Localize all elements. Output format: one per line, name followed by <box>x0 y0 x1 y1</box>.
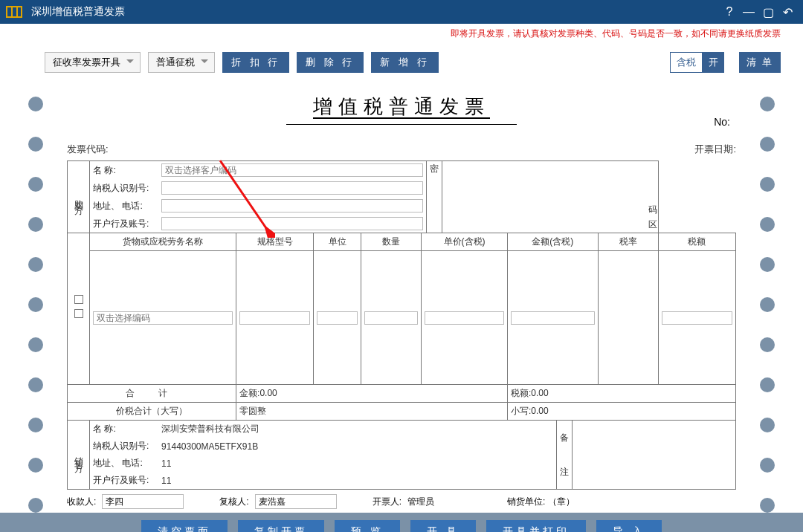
delete-row-button[interactable]: 删 除 行 <box>297 52 364 73</box>
tax-input[interactable] <box>662 311 732 325</box>
spec-cell[interactable] <box>236 251 314 385</box>
col-spec: 规格型号 <box>236 233 314 251</box>
buyer-bank-input[interactable] <box>161 217 423 230</box>
sprocket-holes-right <box>745 97 790 513</box>
password-area-label-3: 区 <box>647 218 659 231</box>
password-area-label-1: 密 <box>426 161 442 233</box>
tax-toggle-label: 含税 <box>670 52 703 73</box>
invoice-no-label: No: <box>714 116 730 128</box>
warning-text: 即将开具发票，请认真核对发票种类、代码、号码是否一致，如不同请更换纸质发票 <box>451 27 781 40</box>
help-icon[interactable]: ? <box>720 5 739 19</box>
invoice-code-label: 发票代码: <box>67 143 109 156</box>
pricetax-label: 价税合计（大写） <box>68 403 236 421</box>
warning-bar: 即将开具发票，请认真核对发票种类、代码、号码是否一致，如不同请更换纸质发票 <box>0 24 803 43</box>
password-area-label-2: 码 <box>647 204 659 216</box>
taxrate-cell[interactable] <box>598 251 658 385</box>
goods-cell[interactable] <box>90 251 236 385</box>
seller-addr-label: 地址、 电话: <box>90 455 158 472</box>
buyer-bank-label: 开户行及账号: <box>90 215 158 233</box>
remark-area[interactable] <box>572 421 735 489</box>
col-amount: 金额(含税) <box>507 233 598 251</box>
minimize-icon[interactable]: — <box>739 5 758 19</box>
maximize-icon[interactable]: ▢ <box>758 5 778 19</box>
seller-section-label: 销售方 <box>68 421 90 490</box>
tax-inclusive-toggle[interactable]: 含税 开 <box>670 52 724 73</box>
col-tax: 税额 <box>658 233 735 251</box>
window-title: 深圳增值税普通发票 <box>31 5 125 19</box>
invoice-title: 增值税普通发票 <box>67 94 736 123</box>
buyer-addr-label: 地址、 电话: <box>90 197 158 215</box>
price-cell[interactable] <box>422 251 508 385</box>
discount-row-button[interactable]: 折 扣 行 <box>222 52 289 73</box>
qty-cell[interactable] <box>361 251 422 385</box>
invoice-paper: 增值税普通发票 No: 发票代码: 开票日期: 购买方 名 称: 密 <box>0 82 803 513</box>
spec-input[interactable] <box>239 311 310 325</box>
action-bar: 清空票面 复制开票 预 览 开 具 开具并打印 导 入 <box>0 513 803 532</box>
amount-input[interactable] <box>511 311 595 325</box>
tax-cell[interactable] <box>658 251 735 385</box>
col-taxrate: 税率 <box>598 233 658 251</box>
seller-unit-label: 销货单位: （章） <box>507 496 575 508</box>
buyer-name-input[interactable] <box>161 163 423 177</box>
qingdan-button[interactable]: 清 单 <box>739 52 781 73</box>
pricetax-caps: 零圆整 <box>236 403 508 421</box>
add-row-button[interactable]: 新 增 行 <box>371 52 438 73</box>
qty-input[interactable] <box>364 311 418 325</box>
checkbox-column <box>68 233 90 385</box>
buyer-section-label: 购买方 <box>68 161 90 233</box>
import-button[interactable]: 导 入 <box>596 520 662 532</box>
svg-rect-2 <box>13 7 16 16</box>
col-qty: 数量 <box>361 233 422 251</box>
price-input[interactable] <box>425 311 504 325</box>
buyer-taxid-input[interactable] <box>161 181 423 195</box>
amount-cell[interactable] <box>507 251 598 385</box>
buyer-name-label: 名 称: <box>90 161 158 179</box>
unit-cell[interactable] <box>314 251 361 385</box>
col-unit: 单位 <box>314 233 361 251</box>
payee-input[interactable] <box>102 494 184 509</box>
collection-rate-dropdown[interactable]: 征收率发票开具 <box>45 52 141 73</box>
toolbar: 征收率发票开具 普通征税 折 扣 行 删 除 行 新 增 行 含税 开 清 单 <box>0 43 803 82</box>
svg-rect-1 <box>7 7 11 16</box>
col-goods: 货物或应税劳务名称 <box>90 233 236 251</box>
tax-type-dropdown[interactable]: 普通征税 <box>148 52 215 73</box>
seller-taxid-value: 91440300MA5ETFX91B <box>158 438 556 455</box>
issue-print-button[interactable]: 开具并打印 <box>486 520 586 532</box>
seller-bank-value: 11 <box>158 472 556 489</box>
sprocket-holes-left <box>13 97 58 513</box>
row-checkbox-2[interactable] <box>74 309 83 318</box>
preview-button[interactable]: 预 览 <box>335 520 400 532</box>
remark-label-bottom: 注 <box>556 455 572 489</box>
invoice-frame: 购买方 名 称: 密 纳税人识别号: <box>67 160 736 490</box>
clear-button[interactable]: 清空票面 <box>141 520 228 532</box>
svg-rect-3 <box>18 7 21 16</box>
tax-toggle-switch[interactable]: 开 <box>703 52 724 73</box>
col-price: 单价(含税) <box>422 233 508 251</box>
seller-name-label: 名 称: <box>90 421 158 438</box>
payee-label: 收款人: <box>67 496 96 508</box>
reviewer-label: 复核人: <box>219 496 248 508</box>
app-logo-icon <box>6 5 22 19</box>
row-checkbox-1[interactable] <box>74 295 83 304</box>
unit-input[interactable] <box>317 311 358 325</box>
seller-taxid-label: 纳税人识别号: <box>90 438 158 455</box>
drawer-value: 管理员 <box>407 496 434 508</box>
issue-button[interactable]: 开 具 <box>410 520 476 532</box>
heji-label: 合 计 <box>68 385 236 403</box>
buyer-addr-input[interactable] <box>161 199 423 213</box>
seller-name-value: 深圳安荣普科技有限公司 <box>158 421 556 438</box>
sum-tax: 税额:0.00 <box>507 385 735 403</box>
drawer-label: 开票人: <box>373 496 402 508</box>
reviewer-input[interactable] <box>255 494 337 509</box>
copy-issue-button[interactable]: 复制开票 <box>238 520 324 532</box>
title-bar: 深圳增值税普通发票 ? — ▢ ↶ <box>0 0 803 24</box>
signers-row: 收款人: 复核人: 开票人: 管理员 销货单位: （章） <box>67 494 736 509</box>
pricetax-lower: 小写:0.00 <box>507 403 735 421</box>
goods-input[interactable] <box>93 311 233 325</box>
buyer-taxid-label: 纳税人识别号: <box>90 179 158 197</box>
back-icon[interactable]: ↶ <box>778 5 797 19</box>
seller-addr-value: 11 <box>158 455 556 472</box>
invoice-date-label: 开票日期: <box>694 143 736 156</box>
seller-bank-label: 开户行及账号: <box>90 472 158 489</box>
remark-label-top: 备 <box>556 421 572 455</box>
